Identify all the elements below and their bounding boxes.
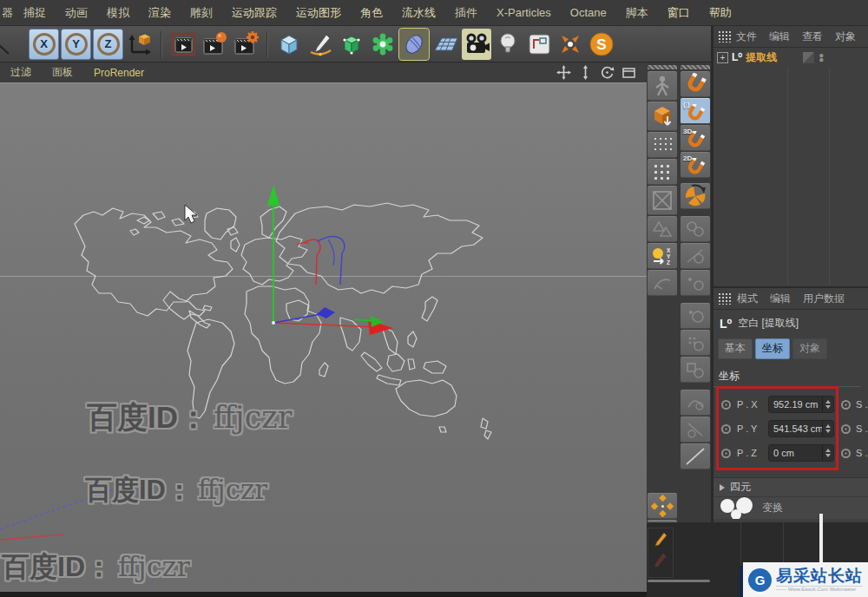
snap-option-button[interactable] — [681, 390, 710, 416]
x-axis-lock-button[interactable]: X — [29, 29, 59, 60]
display-mode-button[interactable] — [524, 29, 554, 60]
uv-mode-button[interactable] — [648, 186, 677, 215]
om-menu-file[interactable]: 文件 — [736, 30, 757, 44]
zoom-view-icon[interactable] — [578, 65, 593, 80]
object-item-label[interactable]: 提取线 — [746, 50, 777, 65]
snap-option-button[interactable] — [681, 270, 710, 296]
keyframe-circle[interactable] — [841, 449, 851, 458]
render-settings-button[interactable] — [231, 29, 260, 60]
panel-drag-handle[interactable] — [718, 292, 732, 305]
snap-2d-button[interactable]: 2D — [681, 152, 710, 178]
px-input[interactable] — [769, 397, 822, 412]
brush-small-icon[interactable] — [653, 552, 668, 569]
keyframe-circle[interactable] — [841, 424, 851, 434]
panel-drag-handle[interactable] — [718, 30, 731, 43]
pz-input[interactable] — [769, 445, 822, 461]
am-menu-userdata[interactable]: 用户数据 — [803, 292, 845, 306]
pen-spline-button[interactable] — [306, 29, 335, 60]
menu-item-plugins[interactable]: 插件 — [445, 5, 487, 21]
menu-item-xparticles[interactable]: X-Particles — [487, 6, 561, 19]
quantize-rotate-button[interactable] — [681, 183, 710, 209]
menu-item-capture[interactable]: 捕捉 — [14, 5, 56, 21]
menu-item-sculpt[interactable]: 雕刻 — [181, 5, 222, 21]
generator-button[interactable] — [368, 29, 398, 60]
keyframe-circle[interactable] — [721, 449, 731, 458]
toolbar-drag-handle[interactable] — [648, 65, 677, 69]
points-mode-button[interactable] — [648, 216, 677, 242]
pan-view-icon[interactable] — [556, 65, 571, 80]
coordinate-system-button[interactable] — [125, 29, 155, 60]
transform-section[interactable]: 变换 — [713, 496, 868, 519]
model-mode-button[interactable] — [648, 102, 677, 131]
snap-3d-button[interactable]: 3D — [681, 125, 710, 151]
tab-basic[interactable]: 基本 — [718, 338, 753, 359]
panel-resize-handle[interactable] — [648, 580, 710, 582]
snap-option-button[interactable] — [681, 216, 710, 242]
object-manager-body[interactable] — [713, 67, 868, 285]
axis-modify-button[interactable]: X Y Z — [648, 243, 677, 269]
menu-item-window[interactable]: 窗口 — [658, 5, 700, 21]
py-input[interactable] — [769, 421, 822, 436]
menu-item-motion-tracking[interactable]: 运动跟踪 — [222, 5, 286, 21]
auto-snap-button[interactable]: ( ) — [681, 98, 710, 124]
am-menu-edit[interactable]: 编辑 — [770, 292, 791, 306]
menu-item-script[interactable]: 脚本 — [616, 5, 658, 21]
snap-option-button[interactable] — [681, 243, 710, 269]
snap-option-button[interactable] — [681, 330, 710, 356]
menu-item-simulate[interactable]: 模拟 — [97, 5, 139, 21]
toolbar-drag-handle[interactable] — [681, 65, 710, 69]
pen-small-icon[interactable] — [653, 531, 668, 548]
normal-mode-button[interactable] — [648, 270, 677, 296]
om-menu-edit[interactable]: 编辑 — [769, 30, 790, 44]
viewport-solo-button[interactable] — [648, 493, 677, 519]
object-tree-item[interactable]: + L⁰ 提取线 ●● — [713, 48, 868, 67]
menu-item-partial[interactable]: 器 — [0, 5, 14, 21]
tab-coordinates[interactable]: 坐标 — [755, 338, 790, 359]
om-menu-view[interactable]: 查看 — [802, 30, 823, 44]
3d-viewport[interactable]: 百度ID：ffjczr 百度ID：ffjczr 百度ID：ffjczr — [0, 83, 647, 592]
xpresso-button[interactable] — [556, 29, 585, 60]
floor-grid-button[interactable] — [431, 29, 460, 60]
add-cube-button[interactable] — [274, 29, 304, 60]
sketch-style-button[interactable]: S — [587, 29, 616, 60]
py-stepper[interactable] — [822, 421, 833, 436]
menu-item-character[interactable]: 角色 — [351, 5, 392, 21]
subdivide-button[interactable] — [337, 29, 366, 60]
menu-item-pipeline[interactable]: 流水线 — [392, 5, 445, 21]
pz-stepper[interactable] — [822, 445, 833, 461]
nurbs-shell-button[interactable] — [399, 29, 429, 60]
menu-item-render[interactable]: 渲染 — [139, 5, 181, 21]
viewport-menu-panel[interactable]: 面板 — [42, 65, 83, 80]
character-mode-button[interactable] — [648, 71, 677, 101]
texture-mode-button[interactable] — [648, 132, 677, 158]
menu-item-animation[interactable]: 动画 — [56, 5, 97, 21]
toggle-view-icon[interactable] — [621, 65, 636, 80]
y-axis-lock-button[interactable]: Y — [61, 29, 91, 60]
enable-snap-button[interactable] — [681, 71, 710, 97]
guide-line-button[interactable] — [681, 443, 710, 469]
snap-option-button[interactable] — [681, 357, 710, 383]
render-view-button[interactable] — [168, 29, 198, 60]
menu-item-help[interactable]: 帮助 — [700, 5, 741, 21]
menu-item-octane[interactable]: Octane — [561, 6, 616, 19]
workplane-mode-button[interactable] — [648, 159, 677, 185]
quaternion-section[interactable]: 四元 — [713, 477, 868, 496]
keyframe-circle[interactable] — [721, 400, 731, 410]
snap-option-button[interactable] — [681, 417, 710, 443]
viewport-menu-prorender[interactable]: ProRender — [83, 67, 155, 79]
visibility-dots-icon[interactable]: ●● — [819, 53, 824, 62]
z-axis-lock-button[interactable]: Z — [93, 29, 123, 60]
tab-object[interactable]: 对象 — [792, 338, 827, 359]
om-menu-object[interactable]: 对象 — [835, 30, 856, 44]
keyframe-circle[interactable] — [721, 424, 731, 434]
snap-option-button[interactable] — [681, 303, 710, 329]
rotate-view-icon[interactable] — [600, 65, 615, 80]
px-stepper[interactable] — [822, 397, 833, 412]
viewport-menu-filter[interactable]: 过滤 — [0, 65, 42, 80]
keyframe-circle[interactable] — [841, 400, 851, 410]
expand-icon[interactable]: + — [717, 52, 728, 63]
render-to-picture-viewer-button[interactable] — [200, 29, 229, 60]
menu-item-mograph[interactable]: 运动图形 — [286, 5, 351, 21]
layer-color-icon[interactable] — [803, 52, 814, 63]
am-menu-mode[interactable]: 模式 — [737, 292, 758, 306]
